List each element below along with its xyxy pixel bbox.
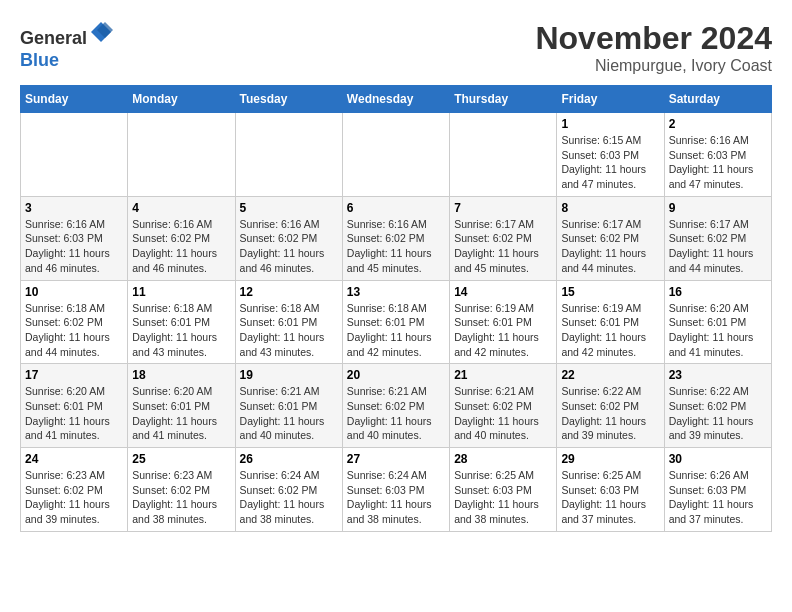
day-number: 27 [347, 452, 445, 466]
calendar-cell: 12Sunrise: 6:18 AMSunset: 6:01 PMDayligh… [235, 280, 342, 364]
day-number: 25 [132, 452, 230, 466]
day-info: Sunrise: 6:20 AMSunset: 6:01 PMDaylight:… [25, 384, 123, 443]
day-info: Sunrise: 6:18 AMSunset: 6:01 PMDaylight:… [240, 301, 338, 360]
calendar-cell: 30Sunrise: 6:26 AMSunset: 6:03 PMDayligh… [664, 448, 771, 532]
calendar-cell: 28Sunrise: 6:25 AMSunset: 6:03 PMDayligh… [450, 448, 557, 532]
calendar-cell: 1Sunrise: 6:15 AMSunset: 6:03 PMDaylight… [557, 113, 664, 197]
calendar-cell: 24Sunrise: 6:23 AMSunset: 6:02 PMDayligh… [21, 448, 128, 532]
calendar-cell: 5Sunrise: 6:16 AMSunset: 6:02 PMDaylight… [235, 196, 342, 280]
day-number: 18 [132, 368, 230, 382]
day-number: 16 [669, 285, 767, 299]
calendar-cell: 17Sunrise: 6:20 AMSunset: 6:01 PMDayligh… [21, 364, 128, 448]
calendar-cell [342, 113, 449, 197]
column-header-saturday: Saturday [664, 86, 771, 113]
day-info: Sunrise: 6:21 AMSunset: 6:02 PMDaylight:… [454, 384, 552, 443]
day-number: 29 [561, 452, 659, 466]
day-info: Sunrise: 6:24 AMSunset: 6:02 PMDaylight:… [240, 468, 338, 527]
day-info: Sunrise: 6:18 AMSunset: 6:02 PMDaylight:… [25, 301, 123, 360]
day-info: Sunrise: 6:20 AMSunset: 6:01 PMDaylight:… [132, 384, 230, 443]
calendar-cell: 14Sunrise: 6:19 AMSunset: 6:01 PMDayligh… [450, 280, 557, 364]
calendar-cell: 4Sunrise: 6:16 AMSunset: 6:02 PMDaylight… [128, 196, 235, 280]
day-number: 19 [240, 368, 338, 382]
day-number: 22 [561, 368, 659, 382]
calendar-cell [128, 113, 235, 197]
calendar-cell: 13Sunrise: 6:18 AMSunset: 6:01 PMDayligh… [342, 280, 449, 364]
calendar-cell [235, 113, 342, 197]
day-info: Sunrise: 6:17 AMSunset: 6:02 PMDaylight:… [561, 217, 659, 276]
calendar-cell: 22Sunrise: 6:22 AMSunset: 6:02 PMDayligh… [557, 364, 664, 448]
location: Niempurgue, Ivory Coast [535, 57, 772, 75]
day-info: Sunrise: 6:19 AMSunset: 6:01 PMDaylight:… [561, 301, 659, 360]
day-number: 13 [347, 285, 445, 299]
day-number: 17 [25, 368, 123, 382]
day-info: Sunrise: 6:21 AMSunset: 6:02 PMDaylight:… [347, 384, 445, 443]
logo-general: General [20, 28, 87, 48]
column-header-wednesday: Wednesday [342, 86, 449, 113]
day-number: 24 [25, 452, 123, 466]
day-number: 9 [669, 201, 767, 215]
column-header-thursday: Thursday [450, 86, 557, 113]
calendar-cell: 6Sunrise: 6:16 AMSunset: 6:02 PMDaylight… [342, 196, 449, 280]
calendar-cell: 20Sunrise: 6:21 AMSunset: 6:02 PMDayligh… [342, 364, 449, 448]
calendar-cell: 19Sunrise: 6:21 AMSunset: 6:01 PMDayligh… [235, 364, 342, 448]
calendar-cell: 3Sunrise: 6:16 AMSunset: 6:03 PMDaylight… [21, 196, 128, 280]
day-number: 15 [561, 285, 659, 299]
day-number: 20 [347, 368, 445, 382]
day-info: Sunrise: 6:20 AMSunset: 6:01 PMDaylight:… [669, 301, 767, 360]
calendar-cell: 15Sunrise: 6:19 AMSunset: 6:01 PMDayligh… [557, 280, 664, 364]
day-number: 4 [132, 201, 230, 215]
calendar-cell [450, 113, 557, 197]
calendar-cell: 27Sunrise: 6:24 AMSunset: 6:03 PMDayligh… [342, 448, 449, 532]
day-number: 12 [240, 285, 338, 299]
logo-blue: Blue [20, 50, 59, 70]
day-number: 11 [132, 285, 230, 299]
day-number: 23 [669, 368, 767, 382]
calendar-cell: 25Sunrise: 6:23 AMSunset: 6:02 PMDayligh… [128, 448, 235, 532]
calendar-cell: 8Sunrise: 6:17 AMSunset: 6:02 PMDaylight… [557, 196, 664, 280]
month-title: November 2024 [535, 20, 772, 57]
day-number: 1 [561, 117, 659, 131]
day-number: 2 [669, 117, 767, 131]
column-header-sunday: Sunday [21, 86, 128, 113]
calendar-cell: 2Sunrise: 6:16 AMSunset: 6:03 PMDaylight… [664, 113, 771, 197]
calendar-cell [21, 113, 128, 197]
day-number: 30 [669, 452, 767, 466]
title-block: November 2024 Niempurgue, Ivory Coast [535, 20, 772, 75]
calendar-cell: 10Sunrise: 6:18 AMSunset: 6:02 PMDayligh… [21, 280, 128, 364]
page-header: General Blue November 2024 Niempurgue, I… [20, 20, 772, 75]
day-number: 28 [454, 452, 552, 466]
day-info: Sunrise: 6:25 AMSunset: 6:03 PMDaylight:… [561, 468, 659, 527]
day-number: 21 [454, 368, 552, 382]
day-number: 3 [25, 201, 123, 215]
day-number: 10 [25, 285, 123, 299]
calendar-cell: 9Sunrise: 6:17 AMSunset: 6:02 PMDaylight… [664, 196, 771, 280]
day-info: Sunrise: 6:22 AMSunset: 6:02 PMDaylight:… [669, 384, 767, 443]
day-info: Sunrise: 6:15 AMSunset: 6:03 PMDaylight:… [561, 133, 659, 192]
calendar-cell: 23Sunrise: 6:22 AMSunset: 6:02 PMDayligh… [664, 364, 771, 448]
calendar-cell: 18Sunrise: 6:20 AMSunset: 6:01 PMDayligh… [128, 364, 235, 448]
day-info: Sunrise: 6:17 AMSunset: 6:02 PMDaylight:… [669, 217, 767, 276]
column-header-monday: Monday [128, 86, 235, 113]
calendar-cell: 11Sunrise: 6:18 AMSunset: 6:01 PMDayligh… [128, 280, 235, 364]
day-number: 7 [454, 201, 552, 215]
calendar-table: SundayMondayTuesdayWednesdayThursdayFrid… [20, 85, 772, 532]
day-info: Sunrise: 6:25 AMSunset: 6:03 PMDaylight:… [454, 468, 552, 527]
day-info: Sunrise: 6:18 AMSunset: 6:01 PMDaylight:… [132, 301, 230, 360]
day-info: Sunrise: 6:22 AMSunset: 6:02 PMDaylight:… [561, 384, 659, 443]
day-info: Sunrise: 6:17 AMSunset: 6:02 PMDaylight:… [454, 217, 552, 276]
day-info: Sunrise: 6:23 AMSunset: 6:02 PMDaylight:… [25, 468, 123, 527]
day-info: Sunrise: 6:24 AMSunset: 6:03 PMDaylight:… [347, 468, 445, 527]
column-header-friday: Friday [557, 86, 664, 113]
calendar-cell: 21Sunrise: 6:21 AMSunset: 6:02 PMDayligh… [450, 364, 557, 448]
day-info: Sunrise: 6:16 AMSunset: 6:02 PMDaylight:… [132, 217, 230, 276]
day-info: Sunrise: 6:23 AMSunset: 6:02 PMDaylight:… [132, 468, 230, 527]
day-number: 26 [240, 452, 338, 466]
calendar-cell: 29Sunrise: 6:25 AMSunset: 6:03 PMDayligh… [557, 448, 664, 532]
day-info: Sunrise: 6:16 AMSunset: 6:02 PMDaylight:… [240, 217, 338, 276]
day-info: Sunrise: 6:18 AMSunset: 6:01 PMDaylight:… [347, 301, 445, 360]
calendar-cell: 26Sunrise: 6:24 AMSunset: 6:02 PMDayligh… [235, 448, 342, 532]
day-info: Sunrise: 6:16 AMSunset: 6:03 PMDaylight:… [669, 133, 767, 192]
day-info: Sunrise: 6:26 AMSunset: 6:03 PMDaylight:… [669, 468, 767, 527]
day-number: 14 [454, 285, 552, 299]
logo: General Blue [20, 20, 113, 71]
